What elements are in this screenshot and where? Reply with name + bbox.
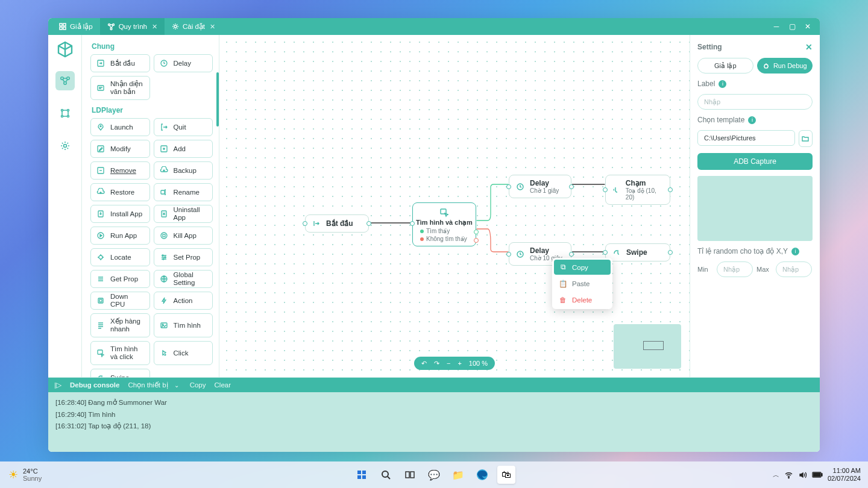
node-locate[interactable]: Locate xyxy=(90,248,150,266)
node-kill[interactable]: Kill App xyxy=(154,227,213,245)
info-icon[interactable]: i xyxy=(748,116,756,124)
nav-nodes[interactable] xyxy=(55,71,75,90)
chat-icon[interactable]: 💬 xyxy=(425,466,443,484)
undo-button[interactable]: ↶ xyxy=(421,360,427,368)
zoom-in-button[interactable]: + xyxy=(458,360,461,367)
weather-widget[interactable]: ☀ 24°C Sunny xyxy=(0,468,42,482)
nav-rail xyxy=(48,35,82,377)
sun-icon: ☀ xyxy=(8,468,18,481)
battery-icon[interactable] xyxy=(812,471,823,478)
template-path-input[interactable] xyxy=(697,130,795,146)
node-add[interactable]: Add xyxy=(154,140,213,158)
min-label: Min xyxy=(697,266,713,273)
node-run[interactable]: Run App xyxy=(90,227,150,245)
node-modify[interactable]: Modify xyxy=(90,140,150,158)
adb-capture-button[interactable]: ADB Capture xyxy=(697,153,813,170)
close-icon[interactable]: ✕ xyxy=(152,23,157,31)
ctx-copy[interactable]: ⧉Copy xyxy=(554,260,611,275)
node-click[interactable]: Click xyxy=(154,341,213,365)
edge-icon[interactable] xyxy=(473,466,491,484)
node-backup[interactable]: Backup xyxy=(154,161,213,180)
scrollbar-indicator[interactable] xyxy=(216,72,219,127)
random-max-input[interactable] xyxy=(776,261,812,277)
capture-preview xyxy=(697,176,813,241)
field-label: Chọn template xyxy=(697,116,744,124)
grid-icon xyxy=(59,23,66,30)
info-icon[interactable]: i xyxy=(791,248,799,255)
svg-rect-35 xyxy=(99,299,102,302)
canvas-node-start[interactable]: Bắt đầu xyxy=(305,214,369,233)
node-restore[interactable]: Restore xyxy=(90,183,150,201)
console-clear-button[interactable]: Clear xyxy=(215,381,231,389)
store-icon[interactable]: 🛍 xyxy=(497,466,515,484)
node-global[interactable]: Global Setting xyxy=(154,270,213,288)
node-downcpu[interactable]: Down CPU xyxy=(90,292,150,310)
node-getprop[interactable]: Get Prop xyxy=(90,270,150,288)
node-rename[interactable]: Rename xyxy=(154,183,213,201)
console-copy-button[interactable]: Copy xyxy=(190,381,206,389)
close-icon[interactable]: ✕ xyxy=(210,23,215,31)
node-uninstall[interactable]: Uninstall App xyxy=(154,205,213,223)
close-button[interactable]: ✕ xyxy=(803,22,813,31)
tab-emulator[interactable]: Giả lập xyxy=(52,18,100,35)
zoom-out-button[interactable]: − xyxy=(447,360,450,367)
node-findclick[interactable]: Tìm hình và click xyxy=(90,341,150,365)
nav-settings[interactable] xyxy=(55,136,75,155)
run-mode-select[interactable]: Giả lập xyxy=(697,58,753,74)
canvas-node-findtap[interactable]: Tìm hình và chạm Tìm thấy Không tìm thấy xyxy=(412,202,476,246)
label-input[interactable] xyxy=(697,94,813,110)
inspector-panel: Setting ✕ Giả lập Run Debug Labeli Chọn … xyxy=(690,35,820,377)
svg-rect-45 xyxy=(357,475,361,479)
ctx-paste[interactable]: 📋Paste xyxy=(554,276,611,292)
node-install[interactable]: Install App xyxy=(90,205,150,223)
tab-settings[interactable]: Cài đặt ✕ xyxy=(165,18,222,35)
device-select[interactable]: Chọn thiết bị ⌄ xyxy=(128,381,178,389)
start-menu-button[interactable] xyxy=(353,466,371,484)
node-launch[interactable]: Launch xyxy=(90,118,150,136)
log-line: [16:29:40] Tìm hình xyxy=(55,409,813,421)
titlebar: Giả lập Quy trình ✕ Cài đặt ✕ ─ ▢ ✕ xyxy=(48,18,820,35)
node-remove[interactable]: Remove xyxy=(90,161,150,180)
close-icon[interactable]: ✕ xyxy=(805,42,813,52)
node-setprop[interactable]: Set Prop xyxy=(154,248,213,266)
canvas-area[interactable]: Bắt đầu Tìm hình và chạm Tìm thấy Không … xyxy=(219,35,690,377)
node-quit[interactable]: Quit xyxy=(154,118,213,136)
node-action[interactable]: Action xyxy=(154,292,213,310)
canvas-node-tap[interactable]: ChạmToạ độ (10, 20) xyxy=(605,175,670,205)
node-findimg[interactable]: Tìm hình xyxy=(154,313,213,337)
run-debug-button[interactable]: Run Debug xyxy=(757,58,813,74)
canvas-node-swipe[interactable]: Swipe xyxy=(605,243,670,261)
ctx-delete[interactable]: 🗑Delete xyxy=(554,293,611,307)
step-icon[interactable]: |▷ xyxy=(54,381,61,389)
node-start[interactable]: Bắt đầu xyxy=(90,54,150,72)
node-ocr[interactable]: Nhận diện văn bản xyxy=(90,76,150,100)
node-palette[interactable]: Chung Bắt đầu Delay Nhận diện văn bản LD… xyxy=(82,35,219,377)
browse-button[interactable] xyxy=(799,130,813,147)
context-menu: ⧉Copy 📋Paste 🗑Delete xyxy=(552,258,612,309)
node-delay[interactable]: Delay xyxy=(154,54,213,72)
console-output[interactable]: [16:28:40] Đang mở Summoner War [16:29:4… xyxy=(48,392,820,452)
svg-point-10 xyxy=(63,82,66,84)
debug-console: |▷ Debug console Chọn thiết bị ⌄ Copy Cl… xyxy=(48,377,820,452)
minimap[interactable] xyxy=(614,324,681,369)
explorer-icon[interactable]: 📁 xyxy=(449,466,467,484)
volume-icon[interactable] xyxy=(798,471,807,480)
chevron-up-icon[interactable]: ︿ xyxy=(773,471,779,480)
clock[interactable]: 11:00 AM 02/07/2024 xyxy=(828,467,861,483)
redo-button[interactable]: ↷ xyxy=(434,360,439,368)
node-queue[interactable]: Xếp hàng nhanh xyxy=(90,313,150,337)
maximize-button[interactable]: ▢ xyxy=(787,22,797,31)
node-swipe[interactable]: Swipe xyxy=(90,369,150,377)
tab-label: Giả lập xyxy=(70,22,93,31)
wifi-icon[interactable] xyxy=(784,471,793,480)
taskview-button[interactable] xyxy=(401,466,419,484)
nav-graph[interactable] xyxy=(55,104,75,123)
tab-workflow[interactable]: Quy trình ✕ xyxy=(100,18,165,35)
minimize-button[interactable]: ─ xyxy=(772,22,781,31)
canvas-node-delay1[interactable]: DelayChờ 1 giây xyxy=(509,175,571,198)
bug-icon xyxy=(763,62,770,69)
search-button[interactable] xyxy=(377,466,395,484)
info-icon[interactable]: i xyxy=(719,80,726,88)
condition: Sunny xyxy=(23,475,42,482)
random-min-input[interactable] xyxy=(717,261,753,277)
